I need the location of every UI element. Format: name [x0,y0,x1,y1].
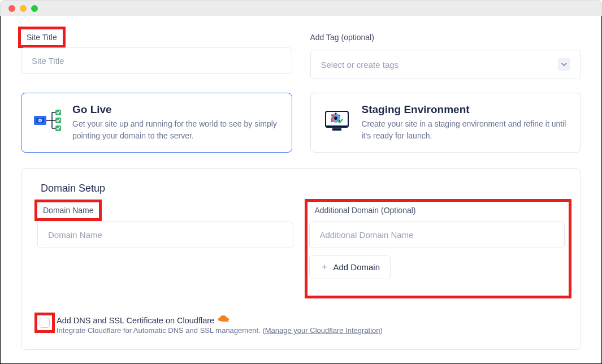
svg-rect-9 [55,118,61,123]
chevron-down-icon [558,58,570,71]
go-live-title: Go Live [72,103,280,116]
add-tag-select[interactable]: Select or create tags [310,50,582,79]
cloudflare-checkbox[interactable] [40,318,50,328]
manage-cloudflare-link[interactable]: Manage your Cloudflare Integration [265,326,380,335]
svg-rect-13 [332,128,341,131]
maximize-window-button[interactable] [31,5,38,12]
window-titlebar [0,0,602,16]
cloudflare-sub-label: Integrate Cloudflare for Automatic DNS a… [57,326,383,335]
cloudflare-icon [218,315,230,325]
svg-rect-8 [55,110,61,115]
svg-rect-10 [55,125,61,131]
cloudflare-checkbox-highlight [37,315,52,330]
domain-name-label: Domain Name [37,202,99,218]
domain-name-input[interactable] [37,222,293,248]
staging-title: Staging Environment [362,103,570,116]
additional-domain-label: Additional Domain (Optional) [309,202,422,218]
site-title-input[interactable] [21,47,292,74]
additional-domain-input[interactable] [309,222,565,248]
staging-environment-card[interactable]: Staging Environment Create your site in … [310,93,582,153]
minimize-window-button[interactable] [20,5,27,12]
add-tag-label: Add Tag (optional) [310,29,582,45]
site-title-label: Site Title [21,29,63,45]
cloudflare-main-label: Add DNS and SSL Certificate on Cloudflar… [57,316,214,325]
staging-icon [322,106,352,137]
domain-setup-section: Domain Setup Domain Name Additional Doma… [21,168,581,350]
add-domain-label: Add Domain [334,262,380,272]
go-live-icon [33,106,62,137]
go-live-description: Get your site up and running for the wor… [72,118,280,142]
plus-icon: ＋ [320,261,329,273]
go-live-card[interactable]: Go Live Get your site up and running for… [21,93,292,153]
window-body: Site Title Add Tag (optional) Select or … [0,16,602,364]
close-window-button[interactable] [8,5,15,12]
add-tag-placeholder: Select or create tags [321,60,399,70]
domain-setup-heading: Domain Setup [41,183,565,194]
staging-description: Create your site in a staging environmen… [362,118,570,142]
add-domain-button[interactable]: ＋ Add Domain [309,255,391,279]
